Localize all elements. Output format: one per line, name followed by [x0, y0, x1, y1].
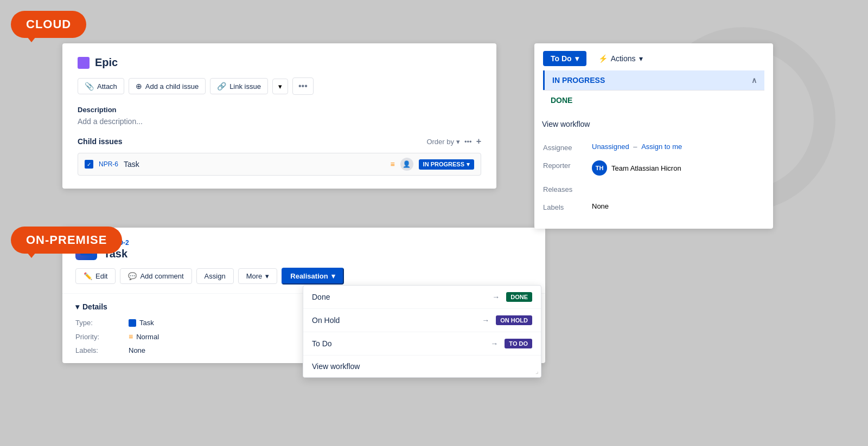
task-type-checkbox-icon	[129, 319, 136, 327]
child-issue-icon: ⊕	[136, 82, 142, 91]
status-done-item[interactable]: DONE	[543, 91, 764, 110]
todo-badge: TO DO	[505, 339, 532, 348]
assignee-field: Assignee Unassigned – Assign to me	[543, 143, 764, 152]
actions-button[interactable]: ⚡ Actions ▾	[592, 51, 649, 66]
order-by-chevron: ▾	[456, 138, 460, 146]
priority-field: Priority: ≡ Normal	[75, 332, 298, 341]
wf-item-done[interactable]: Done → DONE	[303, 286, 541, 309]
status-dropdown-menu: IN PROGRESS ∧ DONE	[543, 70, 764, 110]
todo-chevron-icon: ▾	[575, 54, 579, 63]
wf-arrow-done: →	[492, 293, 500, 301]
more-chevron-icon: ▾	[265, 272, 269, 280]
child-issue-row: NPR-6 Task ≡ 👤 IN PROGRESS ▾	[78, 153, 481, 176]
type-value: Task	[139, 319, 154, 327]
labels-value: None	[592, 202, 609, 210]
actions-chevron-icon: ▾	[639, 54, 643, 63]
assign-button[interactable]: Assign	[196, 268, 234, 284]
child-issues-options-button[interactable]: •••	[464, 138, 472, 146]
assign-me-link[interactable]: Assign to me	[641, 143, 682, 151]
edit-button[interactable]: ✏️ Edit	[75, 268, 116, 284]
reporter-name: Team Atlassian Hicron	[611, 164, 681, 172]
reporter-avatar: TH	[592, 160, 607, 176]
epic-icon	[78, 57, 90, 69]
issue-status-badge[interactable]: IN PROGRESS ▾	[419, 159, 474, 170]
priority-normal-icon: ≡	[129, 332, 133, 341]
assignee-label: Assignee	[543, 143, 592, 152]
toolbar-more-button[interactable]: •••	[292, 77, 314, 95]
type-field: Type: Task	[75, 319, 298, 327]
resize-handle: ⌟	[535, 367, 539, 375]
status-panel: To Do ▾ ⚡ Actions ▾ IN PROGRESS ∧ DONE V…	[534, 43, 773, 229]
done-badge: DONE	[506, 292, 532, 302]
link-issue-button[interactable]: 🔗 Link issue	[210, 78, 268, 94]
labels-label-op: Labels:	[75, 346, 124, 354]
edit-icon: ✏️	[84, 272, 92, 280]
todo-dropdown-button[interactable]: To Do ▾	[543, 51, 586, 66]
issue-checkbox-icon	[85, 160, 93, 169]
workflow-button[interactable]: Realisation ▾	[282, 268, 343, 285]
priority-label: Priority:	[75, 333, 124, 341]
add-comment-button[interactable]: 💬 Add comment	[120, 268, 192, 284]
assignee-avatar: 👤	[400, 158, 413, 171]
releases-field: Releases	[543, 184, 764, 193]
wf-item-onhold[interactable]: On Hold → ON HOLD	[303, 309, 541, 332]
cloud-panel: Epic 📎 Attach ⊕ Add a child issue 🔗 Link…	[62, 43, 496, 189]
type-label: Type:	[75, 319, 124, 327]
more-button[interactable]: More ▾	[238, 268, 278, 284]
releases-label: Releases	[543, 184, 592, 193]
collapse-icon: ∧	[751, 76, 757, 85]
order-by-button[interactable]: Order by ▾	[426, 138, 460, 146]
status-chevron-icon: ▾	[467, 161, 470, 168]
cloud-badge: CLOUD	[11, 11, 86, 38]
child-issues-title: Child issues	[78, 137, 122, 146]
priority-value: Normal	[136, 333, 159, 341]
onhold-badge: ON HOLD	[496, 315, 532, 325]
wf-item-todo[interactable]: To Do → TO DO	[303, 332, 541, 355]
onpremise-badge: ON-PREMISE	[11, 227, 122, 254]
link-icon: 🔗	[217, 82, 226, 91]
wf-arrow-onhold: →	[482, 316, 489, 325]
bolt-icon: ⚡	[598, 54, 608, 63]
description-label: Description	[78, 106, 481, 114]
issue-id[interactable]: NPR-6	[99, 160, 118, 168]
reporter-label: Reporter	[543, 160, 592, 170]
cloud-toolbar: 📎 Attach ⊕ Add a child issue 🔗 Link issu…	[78, 77, 481, 95]
reporter-field: Reporter TH Team Atlassian Hicron	[543, 160, 764, 176]
toolbar-dropdown-button[interactable]: ▾	[272, 79, 288, 94]
wf-view-workflow-item[interactable]: View workflow	[303, 355, 541, 377]
priority-icon: ≡	[390, 160, 394, 169]
comment-icon: 💬	[128, 272, 137, 280]
chevron-right-icon: ▾	[75, 302, 79, 311]
unassigned-link[interactable]: Unassigned	[592, 143, 629, 151]
workflow-dropdown: Done → DONE On Hold → ON HOLD To Do → TO…	[303, 285, 541, 378]
workflow-chevron-icon: ▾	[331, 272, 335, 280]
labels-label: Labels	[543, 202, 592, 211]
attach-icon: 📎	[85, 82, 94, 91]
add-child-issue-button[interactable]: ⊕ Add a child issue	[129, 78, 206, 94]
view-workflow-item[interactable]: View workflow	[534, 114, 773, 134]
attach-button[interactable]: 📎 Attach	[78, 78, 124, 94]
labels-field: Labels None	[543, 202, 764, 211]
cloud-panel-title: Epic	[95, 56, 118, 69]
child-issues-add-button[interactable]: +	[476, 137, 481, 146]
wf-arrow-todo: →	[490, 339, 498, 348]
labels-field-op: Labels: None	[75, 346, 298, 354]
issue-name: Task	[124, 160, 385, 169]
status-inprogress-item[interactable]: IN PROGRESS ∧	[543, 70, 764, 90]
labels-value-op: None	[129, 346, 145, 354]
description-placeholder[interactable]: Add a description...	[78, 117, 481, 126]
